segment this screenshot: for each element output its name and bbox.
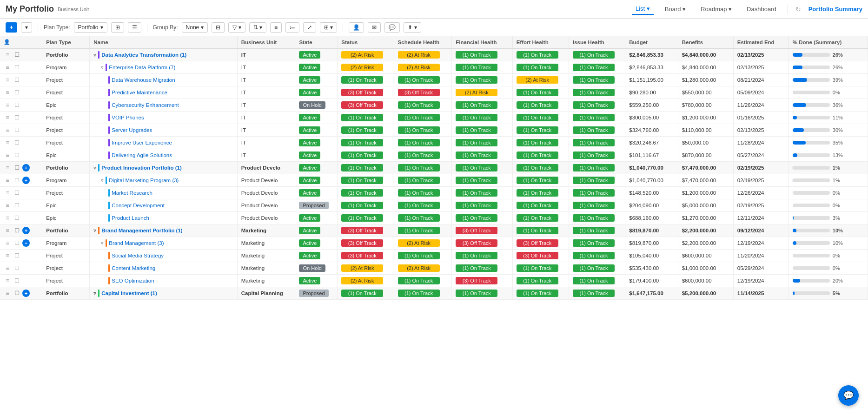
th-business-unit[interactable]: Business Unit [237,36,295,48]
checkbox-icon[interactable]: ☐ [13,239,20,247]
hamburger-icon[interactable]: ≡ [4,214,11,222]
checkbox-icon[interactable]: ☐ [13,76,20,84]
checkbox-icon[interactable]: ☐ [13,51,20,59]
item-name[interactable]: SEO Optimization [112,278,154,283]
hamburger-icon[interactable]: ≡ [4,264,11,272]
group-by-select[interactable]: None ▾ [182,22,208,33]
filter-btn[interactable]: ▽ ▾ [228,22,245,33]
hamburger-icon[interactable]: ≡ [4,152,11,159]
checkbox-icon[interactable]: ☐ [13,114,20,121]
add-child-btn[interactable]: + [22,290,30,297]
plan-type-select[interactable]: Portfolio ▾ [74,22,107,33]
item-name[interactable]: Data Analytics Transformation (1) [101,52,186,58]
nav-roadmap[interactable]: Roadmap ▾ [697,4,735,14]
comment-btn[interactable]: 💬 [384,22,400,33]
hamburger-icon[interactable]: ≡ [4,114,11,121]
name-cell[interactable]: Delivering Agile Solutions [90,149,237,162]
hamburger-icon[interactable]: ≡ [4,51,11,59]
item-name[interactable]: VOIP Phones [112,115,144,120]
name-cell[interactable]: Product Launch [90,212,237,224]
name-cell[interactable]: ▿Product Innovation Portfolio (1) [90,162,237,174]
nav-dashboard[interactable]: Dashboard [743,4,780,14]
checkbox-icon[interactable]: ☐ [13,177,20,184]
indent-btn[interactable]: ≡ [270,22,282,33]
hamburger-icon[interactable]: ≡ [4,202,11,209]
hamburger-icon[interactable]: ≡ [4,189,11,197]
collapse-btn[interactable]: ▿ [93,290,96,296]
th-issue-health[interactable]: Issue Health [569,36,625,48]
hamburger-icon[interactable]: ≡ [4,139,11,146]
add-dropdown-btn[interactable]: ▾ [21,22,32,33]
name-cell[interactable]: ▿Capital Investment (1) [90,287,237,300]
item-name[interactable]: Predictive Maintenance [112,90,167,95]
name-cell[interactable]: Concept Development [90,199,237,212]
hamburger-icon[interactable]: ≡ [4,126,11,134]
name-cell[interactable]: ▿Brand Management Portfolio (1) [90,224,237,237]
name-cell[interactable]: Data Warehouse Migration [90,74,237,86]
portfolio-summary-btn[interactable]: Portfolio Summary [808,6,862,13]
name-cell[interactable]: ▿Brand Management (3) [90,237,237,250]
add-child-btn[interactable]: + [22,227,30,234]
name-cell[interactable]: Market Research [90,187,237,199]
more-options-btn[interactable]: ⊞ ▾ [320,22,337,33]
checkbox-icon[interactable]: ☐ [13,264,20,272]
add-child-btn[interactable]: + [22,164,30,171]
hamburger-icon[interactable]: ≡ [4,252,11,259]
checkbox-icon[interactable]: ☐ [13,101,20,109]
item-name[interactable]: Data Warehouse Migration [112,77,175,83]
collapse-btn[interactable]: ▿ [101,178,104,184]
name-cell[interactable]: ▿Digital Marketing Program (3) [90,174,237,187]
name-cell[interactable]: Social Media Strategy [90,250,237,262]
export-btn[interactable]: ⬆ ▾ [404,22,421,33]
email-btn[interactable]: ✉ [368,22,381,33]
item-name[interactable]: Social Media Strategy [112,253,164,258]
name-cell[interactable]: ▿Data Analytics Transformation (1) [90,48,237,61]
refresh-icon[interactable]: ↻ [795,6,801,13]
bullet-btn[interactable]: ≔ [285,22,299,33]
checkbox-icon[interactable]: ☐ [13,164,20,171]
hamburger-icon[interactable]: ≡ [4,277,11,284]
chat-button[interactable]: 💬 [838,385,859,406]
th-effort-health[interactable]: Effort Health [512,36,569,48]
item-name[interactable]: Digital Marketing Program (3) [109,178,179,183]
th-financial-health[interactable]: Financial Health [452,36,512,48]
th-schedule-health[interactable]: Schedule Health [394,36,452,48]
th-name[interactable]: Name [90,36,237,48]
hamburger-icon[interactable]: ≡ [4,290,11,297]
collapse-btn[interactable]: ▿ [93,165,96,171]
hamburger-icon[interactable]: ≡ [4,76,11,84]
checkbox-icon[interactable]: ☐ [13,89,20,96]
add-child-btn[interactable]: + [22,177,30,184]
collapse-btn[interactable]: ▿ [101,65,104,71]
checkbox-icon[interactable]: ☐ [13,126,20,134]
item-name[interactable]: Improve User Experience [112,140,172,145]
hamburger-icon[interactable]: ≡ [4,177,11,184]
item-name[interactable]: Brand Management Portfolio (1) [101,228,182,233]
checkbox-icon[interactable]: ☐ [13,214,20,222]
add-child-btn[interactable]: + [22,239,30,247]
checkbox-icon[interactable]: ☐ [13,139,20,146]
item-name[interactable]: Content Marketing [112,265,155,271]
hamburger-icon[interactable]: ≡ [4,239,11,247]
item-name[interactable]: Market Research [112,190,152,196]
collapse-btn[interactable]: ▿ [93,52,96,58]
list-view-btn[interactable]: ☰ [128,22,141,33]
checkbox-icon[interactable]: ☐ [13,152,20,159]
name-cell[interactable]: Improve User Experience [90,137,237,149]
item-name[interactable]: Product Innovation Portfolio (1) [101,165,182,171]
item-name[interactable]: Brand Management (3) [109,240,164,246]
item-name[interactable]: Server Upgrades [112,127,152,133]
item-name[interactable]: Delivering Agile Solutions [112,152,172,158]
item-name[interactable]: Cybersecurity Enhancement [112,102,179,108]
name-cell[interactable]: VOIP Phones [90,112,237,124]
checkbox-icon[interactable]: ☐ [13,252,20,259]
hamburger-icon[interactable]: ≡ [4,64,11,71]
hamburger-icon[interactable]: ≡ [4,89,11,96]
th-plan-type[interactable]: Plan Type [42,36,90,48]
item-name[interactable]: Product Launch [112,215,149,221]
name-cell[interactable]: ▿Enterprise Data Platform (7) [90,61,237,74]
checkbox-icon[interactable]: ☐ [13,277,20,284]
collapse-btn[interactable]: ▿ [93,228,96,234]
th-pct-done[interactable]: % Done (Summary) [788,36,868,48]
nav-list[interactable]: List ▾ [632,3,654,15]
